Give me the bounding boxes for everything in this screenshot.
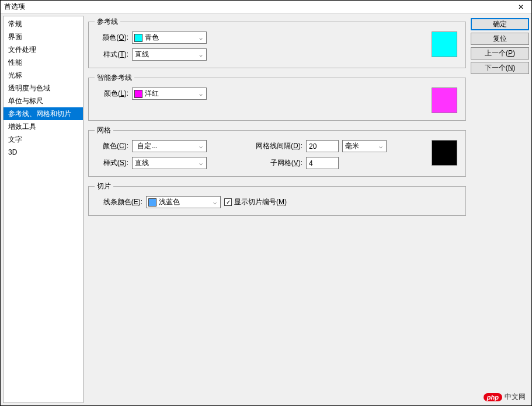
- guides-color-value: 青色: [142, 33, 196, 43]
- grid-color-value: 自定...: [133, 141, 196, 151]
- sidebar-item-type[interactable]: 文字: [4, 133, 83, 146]
- grid-color-preview[interactable]: [432, 140, 457, 166]
- panels-container: 参考线 颜色(O): 青色 ⌵: [88, 17, 466, 402]
- slices-show-numbers-label: 显示切片编号(M): [234, 197, 287, 207]
- grid-style-combo[interactable]: 直线 ⌵: [132, 157, 207, 169]
- guides-style-combo[interactable]: 直线 ⌵: [132, 48, 207, 61]
- reset-button[interactable]: 复位: [471, 33, 529, 45]
- close-button[interactable]: ✕: [514, 1, 528, 13]
- buttons-column: 确定 复位 上一个(P) 下一个(N): [471, 17, 529, 402]
- sidebar-item-cursors[interactable]: 光标: [4, 69, 83, 82]
- ok-button[interactable]: 确定: [471, 18, 529, 30]
- grid-interval-input[interactable]: [306, 140, 339, 152]
- sidebar-item-transparency[interactable]: 透明度与色域: [4, 82, 83, 94]
- slices-show-numbers-row[interactable]: ✓ 显示切片编号(M): [224, 197, 287, 207]
- chevron-down-icon: ⌵: [196, 143, 206, 149]
- chevron-down-icon: ⌵: [196, 90, 206, 97]
- window-title: 首选项: [4, 2, 25, 12]
- guides-color-label: 颜色(O):: [95, 33, 128, 43]
- chevron-down-icon: ⌵: [375, 143, 386, 149]
- guides-style-value: 直线: [133, 50, 196, 60]
- sidebar-item-general[interactable]: 常规: [4, 18, 83, 30]
- smart-guides-legend: 智能参考线: [95, 73, 134, 83]
- watermark-badge: php: [484, 393, 502, 401]
- chevron-down-icon: ⌵: [196, 160, 206, 166]
- prev-button[interactable]: 上一个(P): [471, 47, 529, 60]
- content-area: 常规 界面 文件处理 性能 光标 透明度与色域 单位与标尺 参考线、网格和切片 …: [1, 13, 531, 405]
- smart-guides-color-label: 颜色(L):: [95, 89, 128, 99]
- sidebar-item-3d[interactable]: 3D: [4, 146, 83, 159]
- main-panel: 参考线 颜色(O): 青色 ⌵: [86, 13, 531, 405]
- grid-style-label: 样式(S):: [95, 158, 128, 168]
- grid-interval-label: 网格线间隔(D):: [249, 141, 302, 151]
- slices-show-numbers-checkbox[interactable]: ✓: [224, 198, 232, 206]
- guides-group: 参考线 颜色(O): 青色 ⌵: [88, 17, 466, 68]
- close-icon: ✕: [518, 3, 524, 11]
- smart-guides-group: 智能参考线 颜色(L): 洋红 ⌵: [88, 73, 466, 121]
- grid-style-value: 直线: [133, 158, 196, 168]
- sidebar: 常规 界面 文件处理 性能 光标 透明度与色域 单位与标尺 参考线、网格和切片 …: [3, 16, 84, 403]
- grid-subdiv-label: 子网格(V):: [249, 158, 302, 168]
- grid-color-label: 颜色(C):: [95, 141, 128, 151]
- watermark-text: 中文网: [505, 392, 526, 402]
- smart-guides-color-combo[interactable]: 洋红 ⌵: [132, 88, 207, 100]
- grid-unit-combo[interactable]: 毫米 ⌵: [342, 140, 387, 152]
- sidebar-item-performance[interactable]: 性能: [4, 56, 83, 69]
- slices-color-swatch: [148, 198, 157, 206]
- titlebar: 首选项 ✕: [1, 1, 531, 13]
- chevron-down-icon: ⌵: [196, 51, 206, 58]
- guides-color-combo[interactable]: 青色 ⌵: [132, 32, 207, 44]
- smart-guides-color-value: 洋红: [142, 89, 196, 99]
- chevron-down-icon: ⌵: [210, 199, 220, 205]
- slices-group: 切片 线条颜色(E): 浅蓝色 ⌵ ✓ 显示切片编号(M): [88, 181, 466, 216]
- guides-legend: 参考线: [95, 17, 120, 27]
- slices-color-value: 浅蓝色: [157, 197, 210, 207]
- grid-group: 网格 颜色(C): 自定... ⌵ 网格线间隔(D):: [88, 125, 466, 177]
- slices-color-combo[interactable]: 浅蓝色 ⌵: [146, 196, 221, 208]
- preferences-window: 首选项 ✕ 常规 界面 文件处理 性能 光标 透明度与色域 单位与标尺 参考线、…: [0, 0, 532, 406]
- slices-legend: 切片: [95, 181, 113, 191]
- sidebar-item-interface[interactable]: 界面: [4, 30, 83, 43]
- sidebar-item-units-rulers[interactable]: 单位与标尺: [4, 94, 83, 107]
- smart-guides-color-swatch: [134, 90, 142, 98]
- sidebar-item-plugins[interactable]: 增效工具: [4, 120, 83, 133]
- next-button[interactable]: 下一个(N): [471, 62, 529, 74]
- sidebar-item-file-handling[interactable]: 文件处理: [4, 43, 83, 56]
- grid-unit-value: 毫米: [343, 141, 375, 151]
- grid-subdiv-input[interactable]: [306, 157, 339, 169]
- grid-legend: 网格: [95, 125, 113, 135]
- grid-color-combo[interactable]: 自定... ⌵: [132, 140, 207, 152]
- guides-color-swatch: [134, 34, 142, 42]
- slices-color-label: 线条颜色(E):: [95, 197, 142, 207]
- smart-guides-color-preview[interactable]: [432, 88, 457, 113]
- watermark: php 中文网: [484, 392, 526, 402]
- guides-style-label: 样式(T):: [95, 50, 128, 60]
- sidebar-item-guides-grid-slices[interactable]: 参考线、网格和切片: [4, 107, 83, 120]
- guides-color-preview[interactable]: [432, 32, 457, 57]
- chevron-down-icon: ⌵: [196, 34, 206, 41]
